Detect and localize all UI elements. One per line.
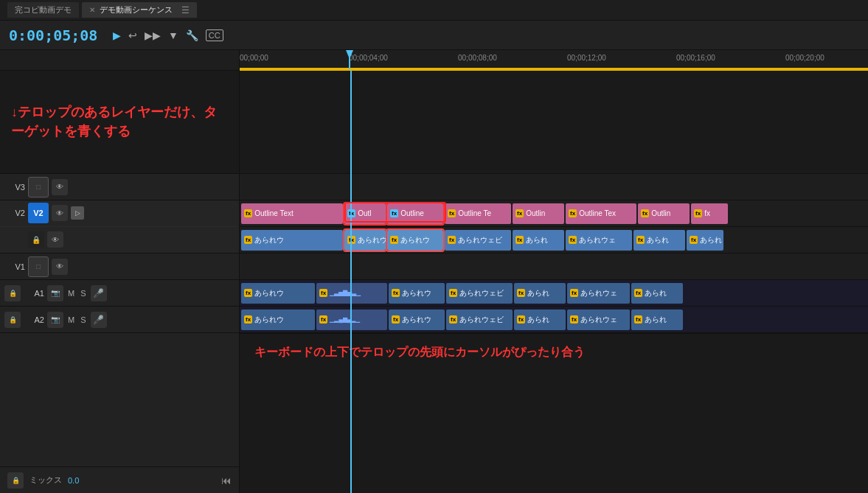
tab-project[interactable]: 完コピ動画デモ — [7, 2, 79, 18]
clip-arale-3[interactable]: fx あられウ — [387, 230, 443, 251]
clip-label-3: Outline — [400, 209, 424, 217]
mix-row: 🔒 ミックス 0.0 ⏮ — [0, 466, 239, 493]
clip-ou[interactable]: fx fx — [691, 203, 728, 224]
ripple-tool-icon[interactable]: ↩ — [128, 29, 137, 41]
track-header-v2-bot: 🔒 👁 — [0, 227, 239, 254]
a2-clips-row[interactable]: fx あられウ fx ▁▂▄▆▄▂▁ fx あられウ fx — [240, 307, 868, 333]
clip-label-a2: あられウ — [358, 235, 386, 245]
clip-label-a1: あられウ — [254, 235, 284, 245]
a2-fx-6: fx — [634, 315, 642, 324]
a2-clip-1[interactable]: fx あられウ — [241, 310, 315, 330]
clip-outline-text-1[interactable]: fx Outline Text — [241, 203, 343, 224]
clip-outlin-2[interactable]: fx Outlin — [638, 203, 690, 224]
a2-mic-btn[interactable]: 🎤 — [91, 312, 107, 328]
clip-outline-3[interactable]: fx Outline — [387, 203, 443, 224]
a2-s-btn[interactable]: S — [80, 315, 86, 324]
v2-eye-btn[interactable]: 👁 — [52, 205, 68, 221]
track-header-a2: 🔒 A2 📷 M S 🎤 — [0, 307, 239, 333]
v3-target-btn[interactable]: □ — [28, 177, 49, 197]
a1-clips-row[interactable]: fx あられウ fx ▁▃▅▇▅▃▁ fx あられウ fx — [240, 280, 868, 307]
a1-clip-3[interactable]: fx あられウェビ — [446, 283, 513, 304]
a1-clip-wave[interactable]: fx ▁▃▅▇▅▃▁ — [316, 283, 387, 304]
mix-end-btn[interactable]: ⏮ — [221, 475, 232, 486]
a2-label-4: あられ — [527, 315, 549, 325]
v3-empty-area — [240, 71, 868, 174]
a1-clip-6[interactable]: fx あられ — [631, 283, 683, 304]
clip-arale-small-1[interactable]: fx あられ — [513, 230, 564, 251]
annotation-bottom-area: キーボードの上下でテロップの先頭にカーソルがぴったり合う — [240, 333, 868, 371]
v1-eye-btn[interactable]: 👁 — [52, 259, 68, 275]
mix-lock-btn[interactable]: 🔒 — [7, 472, 24, 489]
clip-arale-2[interactable]: fx あられウ — [344, 230, 386, 251]
a1-clip-2[interactable]: fx あられウ — [389, 283, 445, 304]
fx-badge-1: fx — [244, 209, 252, 217]
v2-vis2-btn[interactable]: 👁 — [47, 231, 63, 248]
close-icon[interactable]: ✕ — [89, 6, 95, 14]
fx-badge-a3: fx — [390, 236, 398, 244]
track-select-icon[interactable]: ▶▶ — [145, 29, 161, 41]
a2-clip-2[interactable]: fx あられウ — [389, 310, 445, 330]
a2-clip-wave[interactable]: fx ▁▂▄▆▄▂▁ — [316, 310, 387, 330]
clip-outline-tex[interactable]: fx Outline Tex — [566, 203, 636, 224]
a2-lock-btn[interactable]: 🔒 — [4, 312, 21, 328]
clip-outlin-1[interactable]: fx Outlin — [513, 203, 564, 224]
playhead-line — [349, 50, 350, 69]
a1-s-btn[interactable]: S — [80, 289, 86, 298]
a2-clip-3[interactable]: fx あられウェビ — [446, 310, 513, 330]
ruler-bottom-line — [240, 68, 868, 69]
fx-badge-a8: fx — [690, 236, 698, 244]
v2-extra-btn[interactable]: ▷ — [71, 206, 84, 220]
scroll-bar[interactable] — [240, 371, 868, 382]
clip-arale-we-1[interactable]: fx あられウェ — [566, 230, 632, 251]
v1-clips-row — [240, 254, 868, 280]
a2-clip-6[interactable]: fx あられ — [631, 310, 683, 330]
a1-clip-4[interactable]: fx あられ — [514, 283, 566, 304]
cc-icon[interactable]: CC — [206, 29, 223, 41]
v2-target-btn[interactable]: V2 — [28, 203, 49, 223]
a1-clip-5[interactable]: fx あられウェ — [567, 283, 630, 304]
fx-badge-a6: fx — [569, 236, 577, 244]
a1-label-3: あられウェビ — [459, 288, 504, 298]
clip-outline-te[interactable]: fx Outline Te — [445, 203, 511, 224]
a2-clip-4[interactable]: fx あられ — [514, 310, 566, 330]
a1-mic-btn[interactable]: 🎤 — [91, 285, 107, 301]
clip-arale-small-2[interactable]: fx あられ — [633, 230, 685, 251]
wrench-icon[interactable]: 🔧 — [186, 29, 198, 41]
a1-fx-5: fx — [570, 289, 578, 297]
v3-eye-btn[interactable]: 👁 — [52, 179, 68, 195]
a1-label-1: あられウ — [254, 288, 284, 298]
v2-top-clips-row[interactable]: fx Outline Text fx Outl fx Outline fx — [240, 200, 868, 227]
a1-cam-btn[interactable]: 📷 — [47, 285, 63, 301]
clip-label-4: Outline Te — [458, 209, 491, 217]
clip-label-8: fx — [704, 209, 710, 217]
track-header-a1: 🔒 A1 📷 M S 🎤 — [0, 280, 239, 307]
clip-arale-1[interactable]: fx あられウ — [241, 230, 343, 251]
a2-clip-5[interactable]: fx あられウェ — [567, 310, 630, 330]
fx-badge-8: fx — [694, 209, 702, 217]
v2-bot-clips-row[interactable]: fx あられウ fx あられウ fx あられウ fx — [240, 227, 868, 254]
v2-lock-btn[interactable]: 🔒 — [28, 231, 44, 248]
clip-arale-webi-1[interactable]: fx あられウェビ — [445, 230, 511, 251]
a1-lock-btn[interactable]: 🔒 — [4, 285, 21, 301]
tab-sequence[interactable]: ✕ デモ動画シーケンス ☰ — [82, 2, 197, 18]
v3-label: V3 — [4, 183, 25, 192]
v1-target-btn[interactable]: □ — [28, 256, 49, 277]
fx-badge-4: fx — [448, 209, 456, 217]
a2-m-btn[interactable]: M — [68, 315, 74, 324]
tab-menu-icon[interactable]: ☰ — [181, 5, 190, 15]
a2-fx-5: fx — [570, 315, 578, 324]
track-headers: ↓テロップのあるレイヤーだけ、ターゲットを青くする V3 □ 👁 V2 V2 👁 — [0, 50, 240, 493]
track-content-wrapper: fx Outline Text fx Outl fx Outline fx — [240, 71, 868, 493]
timecode-display: 0:00;05;08 — [0, 27, 107, 44]
marker-icon[interactable]: ▼ — [168, 29, 178, 41]
a1-fx-3: fx — [449, 289, 457, 297]
clip-outline-text-2[interactable]: fx Outl — [344, 203, 386, 224]
clip-arale-end[interactable]: fx あられ — [687, 230, 723, 251]
selection-tool-icon[interactable]: ▶ — [113, 29, 121, 41]
a2-cam-btn[interactable]: 📷 — [47, 312, 63, 328]
fx-badge-3: fx — [390, 209, 398, 217]
timeline-container: ↓テロップのあるレイヤーだけ、ターゲットを青くする V3 □ 👁 V2 V2 👁 — [0, 50, 868, 493]
a1-m-btn[interactable]: M — [68, 289, 74, 298]
track-header-v2-combined: V2 V2 👁 ▷ 🔒 👁 — [0, 200, 239, 254]
a1-clip-1[interactable]: fx あられウ — [241, 283, 315, 304]
